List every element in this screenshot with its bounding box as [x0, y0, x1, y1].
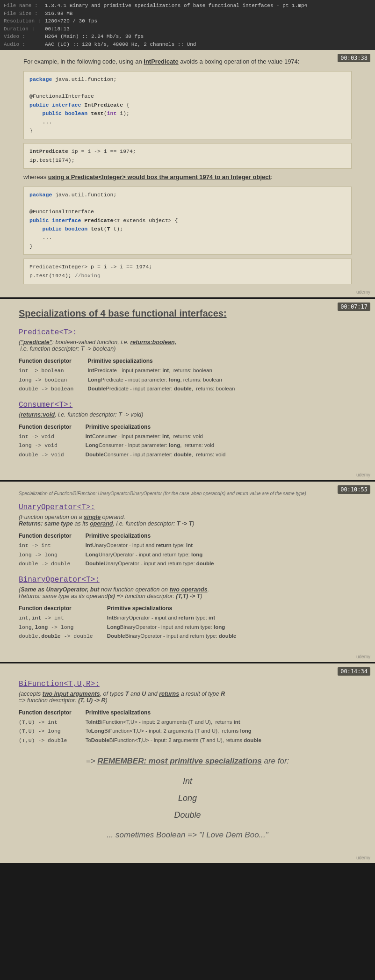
video-label: Video : [4, 33, 41, 41]
col-data-fd-pred: int -> boolean long -> boolean double ->… [19, 366, 73, 394]
filesize-label: File Size : [4, 10, 41, 18]
slide-3: 00:10:55 Specialization of Function/BiFu… [0, 482, 375, 663]
slide-3-note: Specialization of Function/BiFunction: U… [19, 491, 356, 496]
slide-1-whereas: whereas using a Predicate<Integer> would… [23, 173, 352, 182]
slide-1-content: 00:03:38 For example, in the following c… [0, 50, 375, 297]
col-header-fd-cons: Function descriptor [19, 424, 72, 430]
col-header-fd-pred: Function descriptor [19, 358, 73, 364]
col-header-ps-unary: Primitive specializations [86, 533, 214, 539]
slide-2-title: Specializations of 4 base functional int… [19, 308, 356, 319]
video-value: H264 (Main) :: 2.24 Mb/s, 30 fps [45, 33, 144, 41]
slide-2-content: 00:07:17 Specializations of 4 base funct… [0, 299, 375, 480]
slide-1-intro: For example, in the following code, usin… [23, 57, 352, 66]
video-header: File Name :1.3.4.1 Binary and primitive … [0, 0, 375, 50]
code-block-1: package java.util.function; @FunctionalI… [23, 71, 352, 140]
timestamp-2: 00:07:17 [338, 303, 370, 311]
watermark-4: udemy [356, 855, 370, 860]
sometimes-text: ... sometimes Boolean => "I Love Dem Boo… [19, 830, 356, 840]
filesize-value: 316.98 MB [45, 10, 72, 18]
bifunction-table: Function descriptor (T,U) -> int (T,U) -… [19, 709, 356, 745]
remember-text: => REMEMBER: most primitive specializati… [19, 757, 356, 766]
predicate-table: Function descriptor int -> boolean long … [19, 358, 356, 394]
duration-value: 00:18:13 [45, 25, 70, 33]
consumer-desc: (returns:void, i.e. function descriptor:… [19, 411, 356, 418]
col-header-ps-cons: Primitive specializations [86, 424, 226, 430]
slide-4-content: 00:14:34 BiFunction<T,U,R>: (accepts two… [0, 663, 375, 864]
resolution-value: 1280×720 / 30 fps [45, 17, 97, 25]
audio-value: AAC (LC) :: 128 kb/s, 48000 Hz, 2 channe… [45, 41, 196, 49]
timestamp-4: 00:14:34 [338, 667, 370, 676]
filename-label: File Name : [4, 2, 41, 10]
code-block-3: package java.util.function; @FunctionalI… [23, 187, 352, 255]
col-data-ps-cons: IntConsumer - input parameter: int, retu… [86, 432, 226, 460]
unary-desc: (Function operation on a single operand.… [19, 514, 356, 527]
col-data-ps-bi: ToIntBiFunction<T,U> - input: 2 argument… [86, 718, 261, 745]
unary-title: UnaryOperator<T>: [19, 503, 356, 512]
col-data-fd-unary: int -> int long -> long double -> double [19, 541, 72, 569]
slide-2: 00:07:17 Specializations of 4 base funct… [0, 299, 375, 482]
slide-3-content: 00:10:55 Specialization of Function/BiFu… [0, 482, 375, 662]
col-header-fd-unary: Function descriptor [19, 533, 72, 539]
binary-title: BinaryOperator<T>: [19, 576, 356, 584]
code-block-2: IntPredicate ip = i -> i == 1974; ip.tes… [23, 143, 352, 169]
resolution-label: Resolution : [4, 17, 41, 25]
duration-label: Duration : [4, 25, 41, 33]
slide-1: 00:03:38 For example, in the following c… [0, 50, 375, 299]
binary-desc: (Same as UnaryOperator, but now function… [19, 586, 356, 599]
col-data-ps-binary: IntBinaryOperator - input and return typ… [107, 613, 237, 641]
col-header-fd-binary: Function descriptor [19, 605, 93, 612]
col-data-fd-binary: int,int -> int long,long -> long double,… [19, 613, 93, 641]
primitive-types: Int Long Double [19, 773, 356, 823]
col-header-ps-binary: Primitive specializations [107, 605, 237, 612]
col-data-ps-pred: IntPredicate - input parameter: int, ret… [87, 366, 235, 394]
audio-label: Audio : [4, 41, 41, 49]
unary-table: Function descriptor int -> int long -> l… [19, 533, 356, 569]
watermark-1: udemy [356, 289, 370, 295]
col-header-ps-bi: Primitive specializations [86, 709, 261, 716]
filename-value: 1.3.4.1 Binary and primitive specializat… [45, 2, 307, 10]
col-data-fd-bi: (T,U) -> int (T,U) -> long (T,U) -> doub… [19, 718, 72, 745]
col-data-fd-cons: int -> void long -> void double -> void [19, 432, 72, 460]
binary-table: Function descriptor int,int -> int long,… [19, 605, 356, 641]
timestamp-3: 00:10:55 [338, 485, 370, 494]
consumer-table: Function descriptor int -> void long -> … [19, 424, 356, 460]
col-data-ps-unary: IntUnaryOperator - input and return type… [86, 541, 214, 569]
bifunction-desc: (accepts two input arguments, of types T… [19, 691, 356, 704]
watermark-3: udemy [356, 654, 370, 659]
timestamp-1: 00:03:38 [338, 54, 370, 62]
predicate-desc: ("predicate": boolean-valued function, i… [19, 339, 356, 352]
consumer-title: Consumer<T>: [19, 401, 356, 409]
col-header-ps-pred: Primitive specializations [87, 358, 235, 364]
col-header-fd-bi: Function descriptor [19, 709, 72, 716]
code-block-4: Predicate<Integer> p = i -> i == 1974; p… [23, 259, 352, 284]
watermark-2: udemy [356, 472, 370, 477]
slide-4: 00:14:34 BiFunction<T,U,R>: (accepts two… [0, 663, 375, 865]
bifunction-title: BiFunction<T,U,R>: [19, 680, 356, 688]
predicate-title: Predicate<T>: [19, 328, 356, 337]
